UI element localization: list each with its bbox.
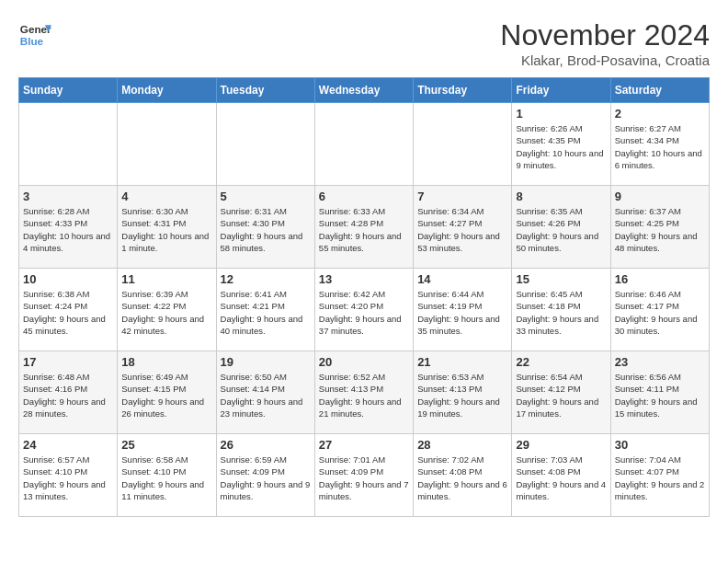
- calendar-cell: 23Sunrise: 6:56 AM Sunset: 4:11 PM Dayli…: [610, 351, 709, 434]
- day-info: Sunrise: 6:42 AM Sunset: 4:20 PM Dayligh…: [319, 288, 409, 337]
- day-info: Sunrise: 6:54 AM Sunset: 4:12 PM Dayligh…: [516, 371, 606, 419]
- day-header-wednesday: Wednesday: [314, 78, 413, 103]
- day-number: 7: [417, 190, 507, 203]
- calendar-cell: 24Sunrise: 6:57 AM Sunset: 4:10 PM Dayli…: [19, 434, 118, 517]
- day-info: Sunrise: 7:03 AM Sunset: 4:08 PM Dayligh…: [516, 454, 606, 502]
- calendar-cell: 18Sunrise: 6:49 AM Sunset: 4:15 PM Dayli…: [118, 351, 216, 434]
- day-info: Sunrise: 7:04 AM Sunset: 4:07 PM Dayligh…: [615, 454, 705, 502]
- calendar-cell: 27Sunrise: 7:01 AM Sunset: 4:09 PM Dayli…: [314, 434, 413, 517]
- day-info: Sunrise: 6:37 AM Sunset: 4:25 PM Dayligh…: [615, 205, 705, 254]
- day-info: Sunrise: 6:39 AM Sunset: 4:22 PM Dayligh…: [121, 288, 211, 337]
- day-number: 9: [615, 190, 705, 203]
- calendar-cell: 4Sunrise: 6:30 AM Sunset: 4:31 PM Daylig…: [118, 186, 216, 269]
- day-number: 15: [516, 272, 606, 286]
- day-info: Sunrise: 6:50 AM Sunset: 4:14 PM Dayligh…: [221, 371, 311, 419]
- day-info: Sunrise: 6:33 AM Sunset: 4:28 PM Dayligh…: [319, 205, 409, 254]
- day-number: 14: [417, 272, 507, 286]
- calendar-week-1: 1Sunrise: 6:26 AM Sunset: 4:35 PM Daylig…: [19, 103, 710, 186]
- calendar-cell: 2Sunrise: 6:27 AM Sunset: 4:34 PM Daylig…: [610, 103, 709, 186]
- day-number: 8: [516, 190, 606, 203]
- day-info: Sunrise: 6:27 AM Sunset: 4:34 PM Dayligh…: [615, 122, 705, 171]
- day-info: Sunrise: 6:26 AM Sunset: 4:35 PM Dayligh…: [516, 122, 606, 171]
- calendar-cell: 25Sunrise: 6:58 AM Sunset: 4:10 PM Dayli…: [118, 434, 216, 517]
- logo: General Blue: [18, 18, 51, 52]
- day-info: Sunrise: 6:28 AM Sunset: 4:33 PM Dayligh…: [23, 205, 113, 254]
- svg-text:General: General: [20, 23, 51, 35]
- day-number: 3: [23, 190, 113, 203]
- page-header: General Blue November 2024 Klakar, Brod-…: [18, 18, 710, 68]
- day-number: 26: [221, 438, 311, 452]
- calendar-cell: [118, 103, 216, 186]
- day-number: 11: [121, 272, 211, 286]
- day-info: Sunrise: 6:46 AM Sunset: 4:17 PM Dayligh…: [615, 288, 705, 337]
- day-number: 23: [615, 355, 705, 369]
- calendar-cell: 15Sunrise: 6:45 AM Sunset: 4:18 PM Dayli…: [512, 269, 610, 351]
- day-info: Sunrise: 6:45 AM Sunset: 4:18 PM Dayligh…: [516, 288, 606, 337]
- day-header-saturday: Saturday: [610, 78, 709, 103]
- day-number: 17: [23, 355, 113, 369]
- calendar-cell: [19, 103, 118, 186]
- calendar-cell: 19Sunrise: 6:50 AM Sunset: 4:14 PM Dayli…: [216, 351, 314, 434]
- day-number: 2: [615, 107, 705, 121]
- title-block: November 2024 Klakar, Brod-Posavina, Cro…: [500, 18, 710, 68]
- calendar-cell: 29Sunrise: 7:03 AM Sunset: 4:08 PM Dayli…: [512, 434, 610, 517]
- day-info: Sunrise: 6:58 AM Sunset: 4:10 PM Dayligh…: [121, 454, 211, 502]
- day-number: 4: [121, 190, 211, 203]
- calendar-cell: 17Sunrise: 6:48 AM Sunset: 4:16 PM Dayli…: [19, 351, 118, 434]
- calendar-cell: 5Sunrise: 6:31 AM Sunset: 4:30 PM Daylig…: [216, 186, 314, 269]
- calendar-table: SundayMondayTuesdayWednesdayThursdayFrid…: [18, 77, 710, 517]
- day-number: 5: [221, 190, 311, 203]
- calendar-cell: 26Sunrise: 6:59 AM Sunset: 4:09 PM Dayli…: [216, 434, 314, 517]
- calendar-cell: [314, 103, 413, 186]
- calendar-cell: 13Sunrise: 6:42 AM Sunset: 4:20 PM Dayli…: [314, 269, 413, 351]
- day-number: 13: [319, 272, 409, 286]
- calendar-week-3: 10Sunrise: 6:38 AM Sunset: 4:24 PM Dayli…: [19, 269, 710, 351]
- day-number: 29: [516, 438, 606, 452]
- logo-icon: General Blue: [18, 18, 51, 52]
- day-number: 22: [516, 355, 606, 369]
- day-header-monday: Monday: [118, 78, 216, 103]
- calendar-cell: [216, 103, 314, 186]
- day-info: Sunrise: 7:02 AM Sunset: 4:08 PM Dayligh…: [417, 454, 507, 502]
- svg-text:Blue: Blue: [20, 35, 44, 47]
- day-header-sunday: Sunday: [19, 78, 118, 103]
- day-number: 19: [221, 355, 311, 369]
- calendar-cell: 7Sunrise: 6:34 AM Sunset: 4:27 PM Daylig…: [414, 186, 512, 269]
- day-number: 20: [319, 355, 409, 369]
- day-number: 28: [417, 438, 507, 452]
- day-info: Sunrise: 6:38 AM Sunset: 4:24 PM Dayligh…: [23, 288, 113, 337]
- calendar-cell: 9Sunrise: 6:37 AM Sunset: 4:25 PM Daylig…: [610, 186, 709, 269]
- day-info: Sunrise: 6:44 AM Sunset: 4:19 PM Dayligh…: [417, 288, 507, 337]
- calendar-cell: 8Sunrise: 6:35 AM Sunset: 4:26 PM Daylig…: [512, 186, 610, 269]
- day-info: Sunrise: 6:48 AM Sunset: 4:16 PM Dayligh…: [23, 371, 113, 419]
- day-info: Sunrise: 6:30 AM Sunset: 4:31 PM Dayligh…: [121, 205, 211, 254]
- day-info: Sunrise: 6:35 AM Sunset: 4:26 PM Dayligh…: [516, 205, 606, 254]
- calendar-cell: 1Sunrise: 6:26 AM Sunset: 4:35 PM Daylig…: [512, 103, 610, 186]
- day-info: Sunrise: 6:34 AM Sunset: 4:27 PM Dayligh…: [417, 205, 507, 254]
- day-info: Sunrise: 6:52 AM Sunset: 4:13 PM Dayligh…: [319, 371, 409, 419]
- day-info: Sunrise: 6:49 AM Sunset: 4:15 PM Dayligh…: [121, 371, 211, 419]
- day-info: Sunrise: 6:56 AM Sunset: 4:11 PM Dayligh…: [615, 371, 705, 419]
- location-subtitle: Klakar, Brod-Posavina, Croatia: [500, 52, 710, 68]
- day-header-tuesday: Tuesday: [216, 78, 314, 103]
- day-info: Sunrise: 6:31 AM Sunset: 4:30 PM Dayligh…: [221, 205, 311, 254]
- day-info: Sunrise: 6:41 AM Sunset: 4:21 PM Dayligh…: [221, 288, 311, 337]
- calendar-week-5: 24Sunrise: 6:57 AM Sunset: 4:10 PM Dayli…: [19, 434, 710, 517]
- day-number: 25: [121, 438, 211, 452]
- day-number: 30: [615, 438, 705, 452]
- calendar-cell: 6Sunrise: 6:33 AM Sunset: 4:28 PM Daylig…: [314, 186, 413, 269]
- calendar-cell: 21Sunrise: 6:53 AM Sunset: 4:13 PM Dayli…: [414, 351, 512, 434]
- calendar-cell: 10Sunrise: 6:38 AM Sunset: 4:24 PM Dayli…: [19, 269, 118, 351]
- day-number: 27: [319, 438, 409, 452]
- day-number: 10: [23, 272, 113, 286]
- day-number: 18: [121, 355, 211, 369]
- day-info: Sunrise: 6:53 AM Sunset: 4:13 PM Dayligh…: [417, 371, 507, 419]
- day-number: 1: [516, 107, 606, 121]
- calendar-cell: 3Sunrise: 6:28 AM Sunset: 4:33 PM Daylig…: [19, 186, 118, 269]
- day-number: 12: [221, 272, 311, 286]
- day-number: 21: [417, 355, 507, 369]
- calendar-cell: 14Sunrise: 6:44 AM Sunset: 4:19 PM Dayli…: [414, 269, 512, 351]
- calendar-cell: 28Sunrise: 7:02 AM Sunset: 4:08 PM Dayli…: [414, 434, 512, 517]
- calendar-week-4: 17Sunrise: 6:48 AM Sunset: 4:16 PM Dayli…: [19, 351, 710, 434]
- day-number: 16: [615, 272, 705, 286]
